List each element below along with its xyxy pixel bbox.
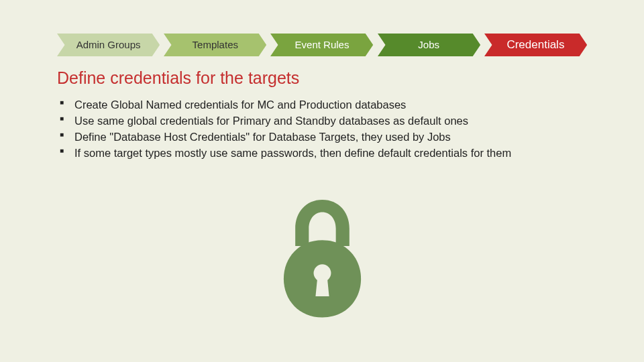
bullet-item: Use same global credentials for Primary … (60, 113, 587, 129)
slide: Admin Groups Templates Event Rules Jobs … (0, 0, 644, 362)
chevron-admin-groups: Admin Groups (57, 34, 160, 56)
chevron-label: Jobs (418, 39, 439, 50)
svg-marker-6 (315, 277, 329, 296)
chevron-credentials: Credentials (484, 34, 587, 56)
chevron-label: Event Rules (295, 39, 350, 50)
slide-heading: Define credentials for the targets (57, 68, 587, 88)
chevron-label: Templates (193, 39, 238, 50)
chevron-jobs: Jobs (378, 34, 480, 56)
bullet-item: Create Global Named credentials for MC a… (60, 97, 587, 113)
bullet-item: If some target types mostly use same pas… (60, 145, 587, 162)
bullet-list: Create Global Named credentials for MC a… (57, 97, 587, 162)
lock-icon (0, 198, 644, 321)
chevron-templates: Templates (164, 34, 266, 56)
chevron-nav: Admin Groups Templates Event Rules Jobs … (57, 34, 587, 56)
chevron-label: Credentials (506, 38, 564, 51)
chevron-label: Admin Groups (76, 39, 141, 50)
bullet-item: Define "Database Host Credentials" for D… (60, 129, 587, 145)
chevron-event-rules: Event Rules (270, 34, 373, 56)
